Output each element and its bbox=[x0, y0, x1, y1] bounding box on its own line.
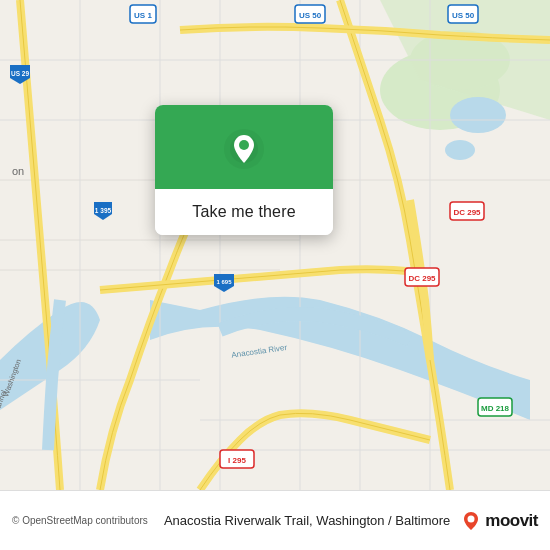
location-text: Anacostia Riverwalk Trail, Washington / … bbox=[164, 513, 450, 528]
moovit-wordmark: moovit bbox=[485, 511, 538, 531]
svg-text:US 1: US 1 bbox=[134, 11, 152, 20]
moovit-pin-icon bbox=[460, 510, 482, 532]
map-svg: US 1 US 50 US 50 1 395 1 695 DC 295 DC 2… bbox=[0, 0, 550, 490]
attribution: © OpenStreetMap contributors bbox=[12, 515, 154, 526]
location-info: Anacostia Riverwalk Trail, Washington / … bbox=[164, 513, 450, 528]
moovit-logo: moovit bbox=[460, 510, 538, 532]
svg-text:I 295: I 295 bbox=[228, 456, 246, 465]
svg-text:on: on bbox=[12, 165, 24, 177]
svg-text:US 50: US 50 bbox=[299, 11, 322, 20]
svg-text:US 29: US 29 bbox=[11, 70, 29, 77]
svg-point-5 bbox=[445, 140, 475, 160]
svg-text:1 395: 1 395 bbox=[95, 207, 112, 214]
svg-text:US 50: US 50 bbox=[452, 11, 475, 20]
svg-text:1 695: 1 695 bbox=[216, 279, 232, 285]
map-container: US 1 US 50 US 50 1 395 1 695 DC 295 DC 2… bbox=[0, 0, 550, 490]
svg-text:DC 295: DC 295 bbox=[408, 274, 436, 283]
popup-card: Take me there bbox=[155, 105, 333, 235]
attribution-text: © OpenStreetMap contributors bbox=[12, 515, 148, 526]
take-me-there-button[interactable]: Take me there bbox=[155, 189, 333, 235]
svg-text:MD 218: MD 218 bbox=[481, 404, 510, 413]
popup-icon-area bbox=[155, 105, 333, 189]
svg-text:DC 295: DC 295 bbox=[453, 208, 481, 217]
location-pin-icon bbox=[222, 127, 266, 171]
bottom-bar: © OpenStreetMap contributors Anacostia R… bbox=[0, 490, 550, 550]
svg-point-4 bbox=[450, 97, 506, 133]
svg-point-44 bbox=[468, 515, 475, 522]
svg-point-43 bbox=[239, 140, 249, 150]
